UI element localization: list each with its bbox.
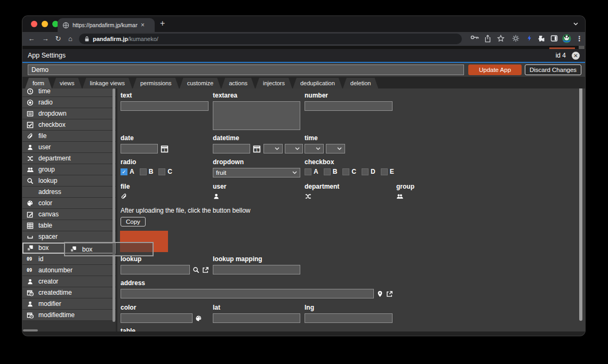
department-icon[interactable] [305,192,311,200]
time-hour-select[interactable] [305,144,324,153]
radio-icon [27,99,34,106]
external-link-icon[interactable] [386,290,393,297]
checkbox-option-b[interactable] [324,168,331,175]
sidebar-item-createdtime[interactable]: createdtime [22,287,116,298]
person-icon [27,278,34,285]
tab-permissions[interactable]: permissions [133,78,179,88]
sidebar-item-time[interactable]: time [22,88,116,97]
tab-close-icon[interactable]: × [141,22,145,28]
time-minute-select[interactable] [326,144,345,153]
home-button[interactable]: ⌂ [66,35,75,43]
sidebar-item-modifiedtime[interactable]: modifiedtime [22,310,116,321]
calendar-clock-icon [27,289,34,296]
sidebar-item-table[interactable]: table [22,220,116,231]
sidebar-item-user[interactable]: user [22,142,116,153]
datetime-hour-select[interactable] [263,144,283,153]
calendar-picker-icon[interactable]: 1 [252,144,261,153]
minimize-window-button[interactable] [42,21,48,27]
back-button[interactable]: ← [27,35,36,43]
forward-button[interactable]: → [41,35,50,43]
sidebar-item-dropdown[interactable]: dropdown [22,108,116,119]
text-field-input[interactable] [121,101,209,111]
side-panel-icon[interactable] [550,35,558,42]
sidebar-item-address[interactable]: address [22,187,116,198]
radio-option-a-checked[interactable]: ✓ [121,168,127,175]
bookmark-star-icon[interactable] [497,35,505,42]
checkbox-option-c[interactable] [342,168,349,175]
tab-actions[interactable]: actions [221,78,255,88]
sidebar-item-file[interactable]: file [22,131,116,142]
reload-button[interactable]: ↻ [53,35,63,43]
sidebar-item-color[interactable]: color [22,198,116,209]
dropdown-select[interactable]: fruit [213,168,300,177]
datetime-date-input[interactable] [213,144,250,153]
main-scrollbar[interactable] [579,88,582,321]
sidebar-scrollbar[interactable] [113,88,115,322]
radio-option-b[interactable] [140,168,147,175]
lookup-input[interactable] [121,265,190,274]
person-icon[interactable] [213,192,220,200]
sidebar-item-spacer[interactable]: spacer [22,231,116,242]
browser-menu-icon[interactable]: ⋮ [576,35,583,43]
paperclip-icon[interactable] [121,192,127,200]
tab-deletion[interactable]: deletion [343,78,379,88]
browser-tab[interactable]: https://pandafirm.jp/kumaneko × [58,18,155,32]
checkbox-option-a[interactable] [305,168,311,175]
lng-input[interactable] [305,313,393,323]
tab-views[interactable]: views [52,78,82,88]
new-tab-button[interactable]: + [160,19,165,28]
sidebar-item-creator[interactable]: creator [22,276,116,287]
tab-customize[interactable]: customize [180,78,221,88]
sidebar-item-group[interactable]: group [22,164,116,175]
sidebar-item-autonumber[interactable]: 09autonumber [22,265,116,276]
address-bar[interactable]: pandafirm.jp/kumaneko/ [79,34,462,44]
palette-icon[interactable] [195,315,202,322]
map-pin-icon[interactable] [377,290,383,297]
chevron-down-icon [337,147,342,150]
close-settings-button[interactable]: ✕ [572,52,580,60]
sidebar-item-lookup[interactable]: lookup [22,175,116,187]
tab-linkage-views[interactable]: linkage views [83,78,132,88]
sidebar-item-department[interactable]: department [22,153,116,164]
share-icon[interactable] [484,35,491,43]
close-window-button[interactable] [31,21,37,27]
app-name-input[interactable] [28,64,464,75]
color-input[interactable] [121,313,193,323]
gear-extension-icon[interactable] [512,35,519,42]
tab-form[interactable]: form [25,78,52,88]
textarea-field-input[interactable] [213,101,300,130]
tab-search-chevron-icon[interactable] [573,22,578,26]
calendar-picker-icon[interactable]: 1 [160,144,169,153]
update-app-button[interactable]: Update App [468,64,522,75]
sidebar-item-canvas[interactable]: canvas [22,209,116,220]
address-input[interactable] [121,289,374,298]
number-field-input[interactable] [305,101,393,111]
extensions-puzzle-icon[interactable] [538,35,545,42]
tab-deduplication[interactable]: deduplication [293,78,342,88]
lat-input[interactable] [213,313,300,323]
group-icon[interactable] [396,192,403,200]
checkbox-option-e[interactable] [381,168,388,175]
discard-changes-button[interactable]: Discard Changes [525,64,581,75]
radio-option-c[interactable] [158,168,165,175]
sidebar-item-checkbox[interactable]: checkbox [22,119,116,131]
drag-ghost-box: box [64,242,154,256]
checkbox-field-label: checkbox [305,158,394,166]
sidebar-item-radio[interactable]: radio [22,97,116,108]
external-link-icon[interactable] [202,266,209,273]
copy-button[interactable]: Copy [121,217,146,227]
datetime-minute-select[interactable] [285,144,303,153]
checkbox-option-d[interactable] [362,168,369,175]
svg-text:1: 1 [163,148,165,152]
password-key-icon[interactable] [470,35,479,40]
lookup-mapping-input[interactable] [213,265,300,274]
magnifier-icon[interactable] [193,266,199,273]
sidebar-horizontal-scrollbar[interactable] [23,329,38,331]
box-icon [70,246,77,253]
date-field-input[interactable] [121,144,158,153]
lightning-extension-icon[interactable] [527,35,532,42]
tab-injectors[interactable]: injectors [255,78,292,88]
lng-field-label: lng [305,304,393,311]
profile-avatar[interactable] [562,34,571,43]
sidebar-item-modifier[interactable]: modifier [22,298,116,310]
